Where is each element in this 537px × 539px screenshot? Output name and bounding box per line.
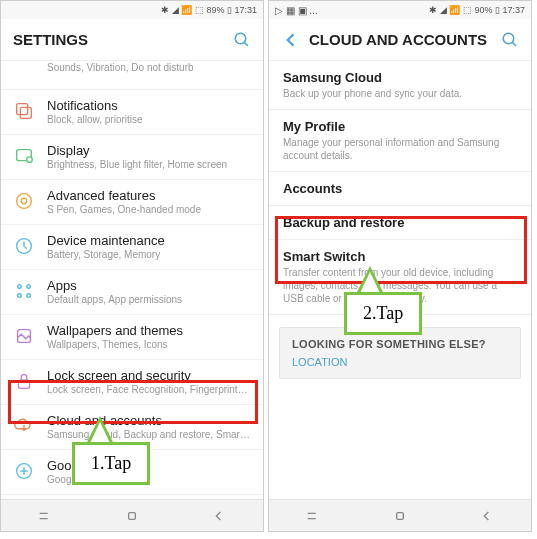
screen-cloud-accounts: ▷ ▦ ▣ ... ✱ ◢ 📶 ⬚ 90% ▯ 17:37 CLOUD AND …	[268, 0, 532, 532]
block-sub: Manage your personal information and Sam…	[283, 136, 517, 162]
callout-2: 2.Tap	[344, 292, 422, 335]
svg-rect-3	[20, 107, 31, 118]
status-bar: ▷ ▦ ▣ ... ✱ ◢ 📶 ⬚ 90% ▯ 17:37	[269, 1, 531, 19]
item-title: Cloud and accounts	[47, 413, 251, 428]
item-sub: Battery, Storage, Memory	[47, 248, 251, 261]
item-sub: Wallpapers, Themes, Icons	[47, 338, 251, 351]
item-sub: S Pen, Games, One-handed mode	[47, 203, 251, 216]
block-backup-restore[interactable]: Backup and restore	[269, 206, 531, 240]
page-title: SETTINGS	[13, 31, 233, 48]
item-title: Notifications	[47, 98, 251, 113]
header: SETTINGS	[1, 19, 263, 61]
back-icon[interactable]	[479, 508, 495, 524]
item-title: Advanced features	[47, 188, 251, 203]
svg-point-5	[27, 157, 33, 163]
item-title: Lock screen and security	[47, 368, 251, 383]
display-icon	[13, 145, 35, 167]
list-item-wallpapers[interactable]: Wallpapers and themes Wallpapers, Themes…	[1, 314, 263, 359]
home-icon[interactable]	[124, 508, 140, 524]
sound-icon	[13, 63, 35, 85]
svg-rect-14	[19, 380, 30, 388]
nav-bar	[269, 499, 531, 531]
block-title: Accounts	[283, 181, 517, 196]
panel-title: LOOKING FOR SOMETHING ELSE?	[292, 338, 508, 350]
block-accounts[interactable]: Accounts	[269, 172, 531, 206]
notifications-icon	[13, 100, 35, 122]
svg-point-11	[18, 294, 22, 298]
svg-point-0	[235, 33, 246, 44]
advanced-icon	[13, 190, 35, 212]
recents-icon[interactable]	[305, 508, 321, 524]
status-bar: ✱ ◢ 📶 ⬚ 89% ▯ 17:31	[1, 1, 263, 19]
svg-rect-2	[17, 104, 28, 115]
item-title: Wallpapers and themes	[47, 323, 251, 338]
block-title: My Profile	[283, 119, 517, 134]
svg-point-10	[27, 285, 31, 289]
item-sub: Samsung Cloud, Backup and restore, Smart…	[47, 428, 251, 441]
block-title: Samsung Cloud	[283, 70, 517, 85]
back-icon[interactable]	[211, 508, 227, 524]
svg-rect-17	[129, 512, 136, 519]
lock-icon	[13, 370, 35, 392]
block-samsung-cloud[interactable]: Samsung Cloud Back up your phone and syn…	[269, 61, 531, 110]
callout-1: 1.Tap	[72, 442, 150, 485]
page-title: CLOUD AND ACCOUNTS	[309, 31, 501, 48]
recents-icon[interactable]	[37, 508, 53, 524]
list-item-advanced[interactable]: Advanced features S Pen, Games, One-hand…	[1, 179, 263, 224]
home-icon[interactable]	[392, 508, 408, 524]
list-item-lockscreen[interactable]: Lock screen and security Lock screen, Fa…	[1, 359, 263, 404]
apps-icon	[13, 280, 35, 302]
cloud-icon	[13, 415, 35, 437]
svg-point-7	[21, 198, 27, 204]
svg-point-18	[503, 33, 514, 44]
status-text: ✱ ◢ 📶 ⬚ 90% ▯ 17:37	[429, 5, 525, 15]
svg-line-19	[512, 42, 516, 46]
svg-point-6	[17, 194, 32, 209]
maintenance-icon	[13, 235, 35, 257]
item-sub: Lock screen, Face Recognition, Fingerpri…	[47, 383, 251, 396]
list-item-notifications[interactable]: Notifications Block, allow, prioritise	[1, 89, 263, 134]
list-item-display[interactable]: Display Brightness, Blue light filter, H…	[1, 134, 263, 179]
block-title: Backup and restore	[283, 215, 517, 230]
block-sub: Back up your phone and sync your data.	[283, 87, 517, 100]
block-title: Smart Switch	[283, 249, 517, 264]
item-sub: Block, allow, prioritise	[47, 113, 251, 126]
svg-point-9	[18, 285, 22, 289]
svg-rect-20	[397, 512, 404, 519]
panel-link-location[interactable]: LOCATION	[292, 356, 508, 368]
back-arrow-icon[interactable]	[281, 30, 301, 50]
item-title: Apps	[47, 278, 251, 293]
status-text: ✱ ◢ 📶 ⬚ 89% ▯ 17:31	[161, 5, 257, 15]
list-item-maintenance[interactable]: Device maintenance Battery, Storage, Mem…	[1, 224, 263, 269]
wallpapers-icon	[13, 325, 35, 347]
list-item-apps[interactable]: Apps Default apps, App permissions	[1, 269, 263, 314]
google-icon	[13, 460, 35, 482]
svg-point-12	[27, 294, 31, 298]
status-left: ▷ ▦ ▣ ...	[275, 5, 318, 16]
list-item-cutoff[interactable]: Sounds, Vibration, Do not disturb	[1, 61, 263, 89]
nav-bar	[1, 499, 263, 531]
item-sub: Default apps, App permissions	[47, 293, 251, 306]
block-my-profile[interactable]: My Profile Manage your personal informat…	[269, 110, 531, 172]
item-title: Display	[47, 143, 251, 158]
svg-line-1	[244, 42, 248, 46]
item-sub: Brightness, Blue light filter, Home scre…	[47, 158, 251, 171]
header: CLOUD AND ACCOUNTS	[269, 19, 531, 61]
item-sub: Sounds, Vibration, Do not disturb	[47, 61, 251, 74]
item-title: Device maintenance	[47, 233, 251, 248]
search-icon[interactable]	[501, 31, 519, 49]
search-icon[interactable]	[233, 31, 251, 49]
